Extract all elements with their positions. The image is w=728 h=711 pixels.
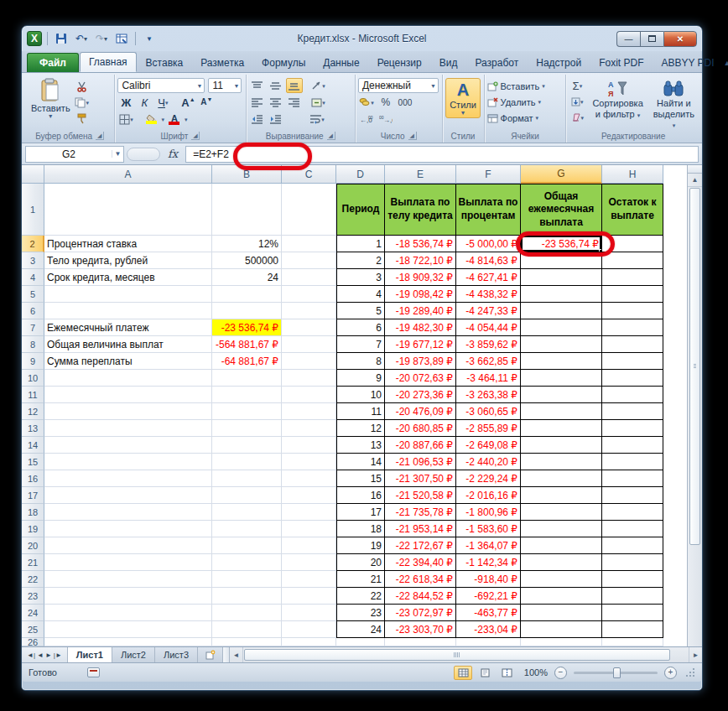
cell-A18[interactable] xyxy=(44,504,212,521)
cell-D21[interactable]: 20 xyxy=(336,554,385,571)
styles-button[interactable]: А Стили ▼ xyxy=(445,78,481,118)
cell-F2[interactable]: -5 000,00 ₽ xyxy=(456,236,521,252)
zoom-out-icon[interactable]: − xyxy=(554,667,567,679)
cell-G6[interactable] xyxy=(521,303,602,319)
cell-F9[interactable]: -3 662,85 ₽ xyxy=(456,353,521,370)
cell-E9[interactable]: -19 873,89 ₽ xyxy=(385,353,456,370)
cell-G3[interactable] xyxy=(521,252,602,269)
cell-H22[interactable] xyxy=(602,571,663,588)
cell-D17[interactable]: 16 xyxy=(336,487,385,504)
cell-G24[interactable] xyxy=(521,605,602,621)
cell-F19[interactable]: -1 583,60 ₽ xyxy=(456,521,521,537)
cell-B18[interactable] xyxy=(212,504,282,521)
row-header-19[interactable]: 19 xyxy=(22,521,44,537)
cell-H5[interactable] xyxy=(602,286,663,303)
cell-A8[interactable]: Общая величина выплат xyxy=(44,336,212,353)
italic-button[interactable]: К xyxy=(136,95,153,110)
cell-G23[interactable] xyxy=(521,588,602,605)
cell-D14[interactable]: 13 xyxy=(336,437,385,454)
scroll-left-icon[interactable]: ◄ xyxy=(230,647,243,662)
cell-G26[interactable] xyxy=(521,638,602,646)
cell-G17[interactable] xyxy=(521,487,602,504)
cell-C22[interactable] xyxy=(282,571,336,588)
align-middle-icon[interactable] xyxy=(268,78,284,93)
row-header-14[interactable]: 14 xyxy=(22,437,44,454)
vertical-scrollbar[interactable]: ▲ xyxy=(687,165,702,646)
cell-D22[interactable]: 21 xyxy=(336,571,385,588)
cell-F26[interactable] xyxy=(456,638,521,646)
cell-B3[interactable]: 500000 xyxy=(212,252,282,269)
cell-G20[interactable] xyxy=(521,537,602,554)
cell-E14[interactable]: -20 887,66 ₽ xyxy=(385,437,456,454)
format-cells-button[interactable]: Формат▾ xyxy=(487,110,539,126)
cell-E25[interactable]: -23 303,70 ₽ xyxy=(385,621,456,638)
cell-F14[interactable]: -2 649,08 ₽ xyxy=(456,437,521,454)
cell-A24[interactable] xyxy=(44,605,212,621)
cell-D6[interactable]: 5 xyxy=(336,303,385,319)
cell-C10[interactable] xyxy=(282,370,336,387)
row-header-26[interactable]: 26 xyxy=(22,638,44,646)
cell-H4[interactable] xyxy=(602,269,663,286)
table-view-icon[interactable] xyxy=(113,31,130,46)
cell-B13[interactable] xyxy=(212,420,282,437)
cell-F21[interactable]: -1 142,34 ₽ xyxy=(456,554,521,571)
comma-style-button[interactable]: 000 xyxy=(397,95,413,110)
cell-A19[interactable] xyxy=(44,521,212,537)
cell-F12[interactable]: -3 060,65 ₽ xyxy=(456,403,521,420)
horizontal-scrollbar[interactable]: ◄ ► xyxy=(223,647,702,662)
cell-E24[interactable]: -23 072,97 ₽ xyxy=(385,605,456,621)
column-header-H[interactable]: H xyxy=(602,165,663,184)
insert-worksheet-icon[interactable] xyxy=(198,647,223,662)
cell-E7[interactable]: -19 482,30 ₽ xyxy=(385,319,456,336)
cell-D23[interactable]: 22 xyxy=(336,588,385,605)
row-header-9[interactable]: 9 xyxy=(22,353,44,370)
cell-F10[interactable]: -3 464,11 ₽ xyxy=(456,370,521,387)
cell-E21[interactable]: -22 394,40 ₽ xyxy=(385,554,456,571)
paste-button[interactable]: Вставить ▼ xyxy=(28,76,74,121)
cell-H17[interactable] xyxy=(602,487,663,504)
cell-G10[interactable] xyxy=(521,370,602,387)
collapse-ribbon-icon[interactable]: ▲ xyxy=(724,59,728,67)
cell-F17[interactable]: -2 016,16 ₽ xyxy=(456,487,521,504)
decrease-indent-icon[interactable] xyxy=(249,112,266,127)
cell-B24[interactable] xyxy=(212,605,282,621)
cell-G13[interactable] xyxy=(521,420,602,437)
tab-data[interactable]: Данные xyxy=(315,54,367,72)
column-header-F[interactable]: F xyxy=(456,165,521,184)
cell-A3[interactable]: Тело кредита, рублей xyxy=(44,252,212,269)
cell-H16[interactable] xyxy=(602,470,663,487)
cell-E19[interactable]: -21 953,14 ₽ xyxy=(385,521,456,537)
cell-B25[interactable] xyxy=(212,621,282,638)
cell-A4[interactable]: Срок кредита, месяцев xyxy=(44,269,212,286)
cell-G1[interactable]: Общая ежемесячная выплата xyxy=(521,184,602,236)
cell-C3[interactable] xyxy=(282,252,336,269)
cell-C4[interactable] xyxy=(282,269,336,286)
row-header-22[interactable]: 22 xyxy=(22,571,44,588)
row-header-10[interactable]: 10 xyxy=(22,370,44,387)
select-all-corner[interactable] xyxy=(22,165,44,184)
undo-icon[interactable]: ↶▾ xyxy=(73,31,90,46)
cell-B9[interactable]: -64 881,67 ₽ xyxy=(212,353,282,370)
cell-B7[interactable]: -23 536,74 ₽ xyxy=(212,319,282,336)
cell-H25[interactable] xyxy=(602,621,663,638)
borders-icon[interactable]: ▾ xyxy=(117,112,134,127)
cell-E10[interactable]: -20 072,63 ₽ xyxy=(385,370,456,387)
cell-B14[interactable] xyxy=(212,437,282,454)
formula-input[interactable]: =E2+F2 xyxy=(185,146,699,163)
cell-G14[interactable] xyxy=(521,437,602,454)
cell-C7[interactable] xyxy=(282,319,336,336)
dialog-launcher-icon[interactable]: ◢ xyxy=(191,132,200,140)
row-header-17[interactable]: 17 xyxy=(22,487,44,504)
dialog-launcher-icon[interactable]: ◢ xyxy=(327,132,335,140)
cell-A17[interactable] xyxy=(44,487,212,504)
bold-button[interactable]: Ж xyxy=(117,95,134,110)
cell-G18[interactable] xyxy=(521,504,602,521)
cell-H19[interactable] xyxy=(602,521,663,537)
cell-F15[interactable]: -2 440,20 ₽ xyxy=(456,454,521,470)
cell-A9[interactable]: Сумма переплаты xyxy=(44,353,212,370)
previous-sheet-icon[interactable]: ◄ xyxy=(37,651,44,659)
cell-D4[interactable]: 3 xyxy=(336,269,385,286)
macro-record-icon[interactable] xyxy=(87,667,100,677)
cell-D13[interactable]: 12 xyxy=(336,420,385,437)
tab-view[interactable]: Вид xyxy=(431,54,466,72)
